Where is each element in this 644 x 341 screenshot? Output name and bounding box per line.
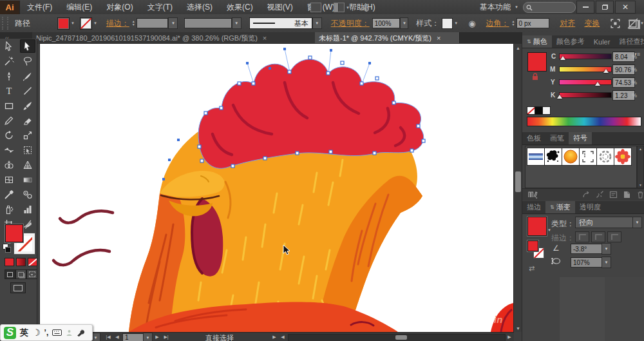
artwork-rooster[interactable]: in: [40, 44, 513, 332]
fill-swatch[interactable]: [57, 17, 70, 30]
variable-width-profile-dropdown[interactable]: [232, 17, 242, 29]
menu-view[interactable]: 视图(V): [260, 0, 300, 14]
menu-edit[interactable]: 编辑(E): [59, 0, 99, 14]
new-symbol-icon[interactable]: [623, 191, 631, 199]
stroke-weight-stepper[interactable]: [132, 20, 135, 26]
horizontal-scrollbar[interactable]: [288, 334, 506, 341]
document-layout-icon[interactable]: [310, 3, 321, 12]
variable-width-profile-field[interactable]: [184, 18, 231, 28]
stroke-weight-field[interactable]: [137, 18, 169, 28]
symbol-orange-orb[interactable]: [562, 148, 580, 166]
menu-file[interactable]: 文件(F): [20, 0, 59, 14]
lock-icon[interactable]: [531, 73, 539, 81]
free-transform-tool[interactable]: [20, 143, 35, 157]
tab-color-guide[interactable]: 颜色参考: [552, 35, 589, 48]
hscroll-right-icon[interactable]: ▶: [506, 333, 513, 341]
hscroll-left-icon[interactable]: ▶: [270, 333, 278, 341]
style-swatch[interactable]: [442, 18, 453, 29]
rooster-comb[interactable]: [198, 59, 424, 168]
break-link-icon[interactable]: [596, 191, 604, 199]
symbol-options-icon[interactable]: [609, 191, 618, 199]
tab-color[interactable]: 颜色: [522, 35, 552, 48]
stroke-gradient-within-icon[interactable]: [575, 231, 589, 242]
swap-fill-stroke-icon[interactable]: [24, 223, 33, 231]
stroke-none-swatch[interactable]: [80, 17, 92, 30]
menu-type[interactable]: 文字(T): [140, 0, 180, 14]
fill-stroke-indicator[interactable]: [4, 224, 33, 254]
fill-indicator[interactable]: [5, 224, 23, 242]
tab-pathfinder[interactable]: 路径查找器: [614, 35, 644, 48]
vertical-scroll-thumb[interactable]: [515, 171, 521, 192]
align-link[interactable]: 对齐: [560, 18, 575, 29]
motion-whiskers[interactable]: [53, 211, 113, 265]
panel-grip[interactable]: [2, 17, 8, 30]
search-input[interactable]: [523, 2, 576, 13]
mini-fill-indicator[interactable]: [527, 240, 538, 251]
recolor-artwork-icon[interactable]: ◉: [468, 19, 475, 28]
gradient-fill-swatch[interactable]: [527, 217, 547, 236]
rectangle-tool[interactable]: [1, 99, 17, 112]
color-spectrum-bar[interactable]: [527, 117, 641, 126]
tab-close-icon[interactable]: ×: [437, 34, 440, 42]
menu-select[interactable]: 选择(S): [180, 0, 220, 14]
symbol-corner-frame[interactable]: [579, 148, 597, 166]
place-symbol-icon[interactable]: [582, 191, 591, 199]
scale-tool[interactable]: [20, 128, 35, 142]
sogou-logo[interactable]: S: [4, 327, 16, 339]
tab-close-icon[interactable]: ×: [263, 34, 267, 42]
symbol-grime-twirl[interactable]: [596, 148, 614, 166]
document-tab-inactive[interactable]: Nipic_24787180_20190610191537190084.ai* …: [32, 32, 323, 44]
stroke-weight-dropdown[interactable]: [168, 17, 178, 29]
selection-tool[interactable]: [1, 39, 17, 53]
slider-thumb-y[interactable]: [595, 82, 600, 86]
hscroll-left2-icon[interactable]: ◀: [279, 333, 287, 341]
symbol-blue-banner[interactable]: [527, 148, 545, 166]
last-artboard-icon[interactable]: ▶|: [162, 333, 171, 341]
arrange-documents-icon[interactable]: ▼: [334, 3, 350, 12]
artboard-dropdown[interactable]: [143, 333, 153, 341]
opacity-dropdown[interactable]: [400, 17, 408, 29]
type-tool[interactable]: T: [1, 84, 17, 97]
brush-definition-dropdown[interactable]: [312, 17, 322, 29]
eyedropper-tool[interactable]: [1, 188, 17, 201]
tab-swatches[interactable]: 色板: [522, 132, 545, 144]
tab-gradient[interactable]: 渐变: [545, 201, 575, 213]
gradient-type-dropdown-button[interactable]: [632, 217, 642, 228]
prev-artboard-icon[interactable]: ◀: [113, 333, 121, 341]
t tail-feather[interactable]: in: [491, 303, 513, 332]
app-logo[interactable]: Ai: [0, 1, 20, 14]
isolate-selection-icon[interactable]: [610, 18, 621, 29]
draw-behind-mode-button[interactable]: [15, 269, 26, 279]
blend-tool[interactable]: [20, 188, 35, 201]
symbol-ink-splat[interactable]: [544, 148, 562, 166]
reverse-gradient-icon[interactable]: ⇄: [529, 264, 535, 273]
restore-button[interactable]: [596, 1, 614, 14]
curvature-pen-tool[interactable]: [20, 69, 35, 83]
delete-symbol-icon[interactable]: [636, 191, 644, 199]
stroke-gradient-across-icon[interactable]: [607, 231, 621, 242]
shape-builder-tool[interactable]: [1, 158, 17, 171]
current-color-swatch[interactable]: [527, 52, 547, 72]
fill-color-control[interactable]: ▼: [57, 17, 75, 30]
mesh-tool[interactable]: [1, 173, 17, 186]
stroke-weight-label[interactable]: 描边：: [106, 18, 129, 29]
width-tool[interactable]: [1, 143, 17, 157]
symbols-scrollbar[interactable]: ▲ ▼: [637, 146, 644, 188]
pen-tool[interactable]: [1, 69, 17, 83]
paintbrush-tool[interactable]: [20, 99, 35, 112]
minimize-button[interactable]: [576, 1, 594, 14]
canvas-artboard[interactable]: in: [40, 44, 513, 332]
keyboard-icon[interactable]: [52, 329, 62, 336]
line-segment-tool[interactable]: [20, 84, 35, 97]
corner-stepper[interactable]: [512, 20, 515, 26]
magic-wand-tool[interactable]: [1, 54, 17, 68]
none-mode-button[interactable]: [28, 258, 37, 266]
gradient-type-dropdown[interactable]: 径向: [575, 217, 639, 228]
gradient-tool[interactable]: [20, 173, 35, 186]
document-tab-active[interactable]: 未标题-1* @ 942.73% (CMYK/预览) ×: [315, 32, 460, 44]
transform-link[interactable]: 变换: [584, 18, 600, 29]
menu-effect[interactable]: 效果(C): [220, 0, 260, 14]
column-graph-tool[interactable]: [20, 202, 35, 216]
tab-transparency[interactable]: 透明度: [575, 201, 605, 213]
opacity-field[interactable]: 100%: [372, 18, 401, 28]
